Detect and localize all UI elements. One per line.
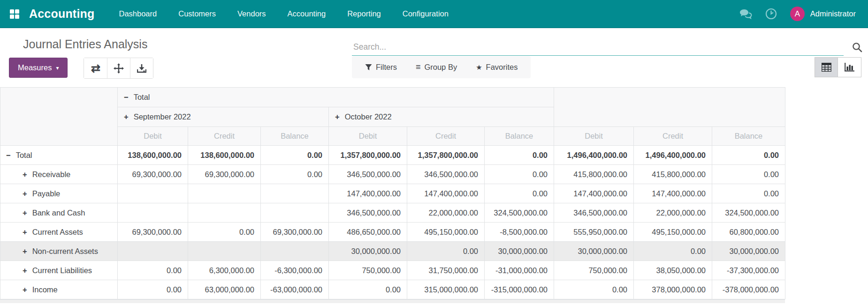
measure-header-balance[interactable]: Balance — [261, 127, 329, 146]
pivot-cell: 22,000,000.00 — [634, 203, 712, 223]
row-header-current-assets-label: Current Assets — [32, 228, 83, 236]
nav-item-configuration[interactable]: Configuration — [403, 9, 449, 18]
nav-item-accounting[interactable]: Accounting — [288, 9, 326, 18]
filters-label: Filters — [376, 63, 397, 72]
chevron-down-icon: ▾ — [56, 65, 59, 71]
pivot-cell: 30,000,000.00 — [712, 242, 785, 261]
expand-icon[interactable]: + — [23, 228, 27, 237]
pivot-cell: 346,500,000.00 — [407, 165, 485, 184]
page-title: Journal Entries Analysis — [23, 37, 147, 51]
measure-header-credit[interactable]: Credit — [188, 127, 261, 146]
pivot-cell: -37,300,000.00 — [712, 261, 785, 280]
pivot-cell: -378,000,000.00 — [712, 280, 785, 299]
pivot-row-receivable: +Receivable69,300,000.0069,300,000.000.0… — [0, 165, 785, 184]
measure-header-credit[interactable]: Credit — [407, 127, 485, 146]
expand-icon[interactable]: + — [23, 189, 27, 198]
download-button[interactable] — [130, 58, 153, 78]
pivot-cell: 315,000,000.00 — [407, 280, 485, 299]
pivot-cell: 138,600,000.00 — [118, 146, 188, 165]
app-brand-title[interactable]: Accounting — [29, 7, 95, 21]
row-header-bank-and-cash-label: Bank and Cash — [32, 208, 85, 217]
row-header-receivable[interactable]: +Receivable — [0, 165, 118, 184]
user-avatar[interactable]: A — [790, 7, 805, 21]
pivot-cell: 0.00 — [712, 184, 785, 203]
expand-all-icon — [114, 63, 124, 74]
measure-header-debit[interactable]: Debit — [329, 127, 407, 146]
row-header-non-current-assets-label: Non-current Assets — [32, 247, 98, 255]
col-header-october-2022[interactable]: +October 2022 — [329, 107, 554, 127]
navbar-right: A Administrator — [739, 7, 868, 21]
measures-button-label: Measures — [18, 63, 52, 72]
search-input[interactable] — [352, 39, 844, 56]
pivot-view-button[interactable] — [815, 57, 838, 77]
pivot-cell: 69,300,000.00 — [118, 165, 188, 184]
measure-header-credit[interactable]: Credit — [634, 127, 712, 146]
pivot-cell: 31,750,000.00 — [407, 261, 485, 280]
row-header-total[interactable]: −Total — [0, 146, 118, 165]
activities-clock-icon[interactable] — [765, 8, 777, 20]
nav-item-vendors[interactable]: Vendors — [237, 9, 266, 18]
messages-icon[interactable] — [739, 9, 752, 19]
pivot-table: −Total+September 2022+October 2022DebitC… — [0, 87, 785, 299]
row-header-bank-and-cash[interactable]: +Bank and Cash — [0, 203, 118, 223]
measure-header-debit[interactable]: Debit — [118, 127, 188, 146]
measure-header-debit[interactable]: Debit — [554, 127, 634, 146]
row-header-income-label: Income — [32, 285, 58, 294]
row-header-non-current-assets[interactable]: +Non-current Assets — [0, 242, 118, 261]
pivot-cell — [188, 184, 261, 203]
pivot-cell — [118, 203, 188, 223]
pivot-row-payable: +Payable147,400,000.00147,400,000.000.00… — [0, 184, 785, 203]
pivot-cell: 38,050,000.00 — [634, 261, 712, 280]
expand-icon[interactable]: + — [23, 247, 27, 256]
expand-icon[interactable]: + — [124, 112, 129, 121]
pivot-cell: 495,150,000.00 — [407, 223, 485, 242]
pivot-cell — [118, 184, 188, 203]
filters-button[interactable]: Filters — [365, 63, 397, 72]
nav-item-dashboard[interactable]: Dashboard — [119, 9, 157, 18]
flip-axis-button[interactable]: ⇄ — [84, 58, 107, 78]
collapse-icon[interactable]: − — [124, 93, 129, 102]
pivot-row-current-assets: +Current Assets69,300,000.000.0069,300,0… — [0, 223, 785, 242]
pivot-cell: 0.00 — [485, 184, 554, 203]
pivot-cell: 324,500,000.00 — [485, 203, 554, 223]
row-header-current-liabilities[interactable]: +Current Liabilities — [0, 261, 118, 280]
search-icon[interactable] — [852, 42, 862, 52]
nav-item-customers[interactable]: Customers — [178, 9, 216, 18]
col-header-october-2022-label: October 2022 — [345, 112, 392, 121]
filter-funnel-icon — [365, 64, 372, 71]
expand-icon[interactable]: + — [335, 112, 340, 121]
apps-grid-icon[interactable] — [0, 9, 29, 19]
row-header-current-assets[interactable]: +Current Assets — [0, 223, 118, 242]
expand-all-button[interactable] — [107, 58, 130, 78]
row-header-income[interactable]: +Income — [0, 280, 118, 299]
expand-icon[interactable]: + — [23, 170, 27, 179]
group-by-icon: ≡ — [416, 62, 421, 72]
expand-icon[interactable]: + — [23, 285, 27, 294]
pivot-cell: 0.00 — [485, 146, 554, 165]
row-header-payable[interactable]: +Payable — [0, 184, 118, 203]
measure-header-balance[interactable]: Balance — [712, 127, 785, 146]
expand-icon[interactable]: + — [23, 208, 27, 217]
collapse-icon[interactable]: − — [6, 151, 11, 160]
col-header-september-2022-label: September 2022 — [134, 112, 191, 121]
col-header-september-2022[interactable]: +September 2022 — [118, 107, 329, 127]
col-header-total[interactable]: −Total — [118, 88, 554, 107]
control-panel: Journal Entries Analysis Measures ▾ ⇄ — [0, 28, 868, 87]
expand-icon[interactable]: + — [23, 266, 27, 275]
measures-button[interactable]: Measures ▾ — [9, 58, 68, 78]
pivot-cell: 30,000,000.00 — [485, 242, 554, 261]
pivot-cell: 346,500,000.00 — [554, 203, 634, 223]
pivot-cell — [261, 242, 329, 261]
favorites-button[interactable]: ★ Favorites — [476, 63, 518, 72]
group-by-button[interactable]: ≡ Group By — [416, 62, 457, 72]
pivot-cell: 555,950,000.00 — [554, 223, 634, 242]
graph-view-button[interactable] — [838, 57, 861, 77]
top-navbar: Accounting DashboardCustomersVendorsAcco… — [0, 0, 868, 28]
user-name[interactable]: Administrator — [810, 9, 856, 18]
pivot-cell: 6,300,000.00 — [188, 261, 261, 280]
pivot-cell — [261, 203, 329, 223]
pivot-cell: 495,150,000.00 — [634, 223, 712, 242]
pivot-cell: 0.00 — [554, 280, 634, 299]
nav-item-reporting[interactable]: Reporting — [347, 9, 381, 18]
measure-header-balance[interactable]: Balance — [485, 127, 554, 146]
